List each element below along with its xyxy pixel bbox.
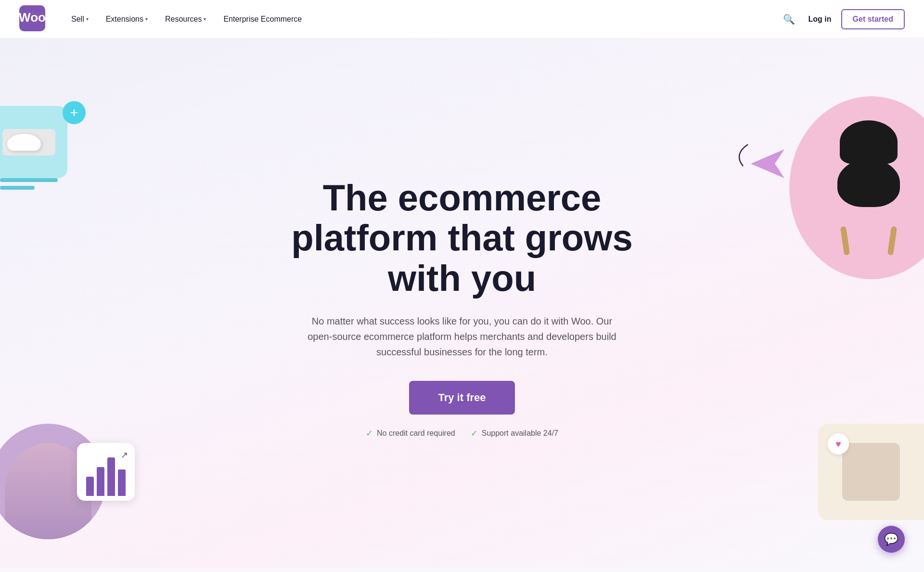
get-started-button[interactable]: Get started	[841, 9, 905, 29]
check-icon-1: ✓	[366, 428, 373, 439]
arrow-up-icon: ↗	[121, 450, 128, 460]
product-image	[842, 443, 900, 501]
card-line-2	[0, 186, 35, 190]
svg-marker-2	[751, 149, 784, 178]
search-button[interactable]: 🔍	[779, 10, 799, 29]
nav-links: Sell ▾ Extensions ▾ Resources ▾ Enterpri…	[64, 11, 779, 27]
heart-badge: ♥	[828, 433, 849, 455]
card-line-1	[0, 178, 58, 182]
sneaker-image	[2, 129, 55, 156]
chair-leg-left	[840, 226, 850, 255]
resources-chevron-icon: ▾	[204, 16, 206, 22]
chart-bar-1	[86, 477, 94, 496]
chart-bar-2	[97, 467, 104, 496]
search-icon: 🔍	[783, 14, 795, 25]
chat-icon: 💬	[884, 533, 898, 546]
chat-button[interactable]: 💬	[878, 526, 905, 553]
chair-image	[823, 120, 919, 255]
nav-sell[interactable]: Sell ▾	[64, 11, 95, 27]
nav-actions: 🔍 Log in Get started	[779, 9, 905, 29]
chart-card: ↗	[77, 443, 135, 501]
chair-seat	[837, 159, 900, 207]
chair-leg-right	[887, 226, 897, 255]
chair-back	[840, 120, 898, 164]
extensions-chevron-icon: ▾	[145, 16, 148, 22]
try-free-button[interactable]: Try it free	[409, 381, 514, 415]
hero-subtitle: No matter what success looks like for yo…	[298, 313, 626, 360]
product-card-right: ♥	[818, 424, 924, 520]
hero-content: The ecommerce platform that grows with y…	[291, 178, 632, 439]
card-lines	[0, 178, 67, 197]
hero-title: The ecommerce platform that grows with y…	[291, 178, 632, 299]
login-link[interactable]: Log in	[808, 15, 832, 24]
sell-chevron-icon: ▾	[86, 16, 89, 22]
nav-extensions[interactable]: Extensions ▾	[99, 11, 154, 27]
nav-enterprise[interactable]: Enterprise Ecommerce	[217, 11, 308, 27]
add-circle-icon: +	[63, 101, 86, 124]
navbar: Woo Sell ▾ Extensions ▾ Resources ▾ Ente…	[0, 0, 924, 39]
check-icon-2: ✓	[471, 428, 478, 439]
paper-plane-decoration	[751, 149, 784, 180]
logo[interactable]: Woo	[19, 5, 45, 33]
hero-section: + ↗ ♥	[0, 39, 924, 568]
chart-bar-3	[107, 457, 115, 496]
nav-resources[interactable]: Resources ▾	[158, 11, 213, 27]
product-card-left	[0, 106, 67, 178]
support-badge: ✓ Support available 24/7	[471, 428, 558, 439]
chart-bar-4	[118, 469, 126, 496]
product-circle-right	[789, 96, 924, 279]
arrow-decoration	[733, 140, 753, 170]
heart-icon: ♥	[835, 439, 841, 450]
hero-badges: ✓ No credit card required ✓ Support avai…	[291, 428, 632, 439]
no-credit-card-badge: ✓ No credit card required	[366, 428, 455, 439]
svg-text:Woo: Woo	[19, 10, 45, 24]
